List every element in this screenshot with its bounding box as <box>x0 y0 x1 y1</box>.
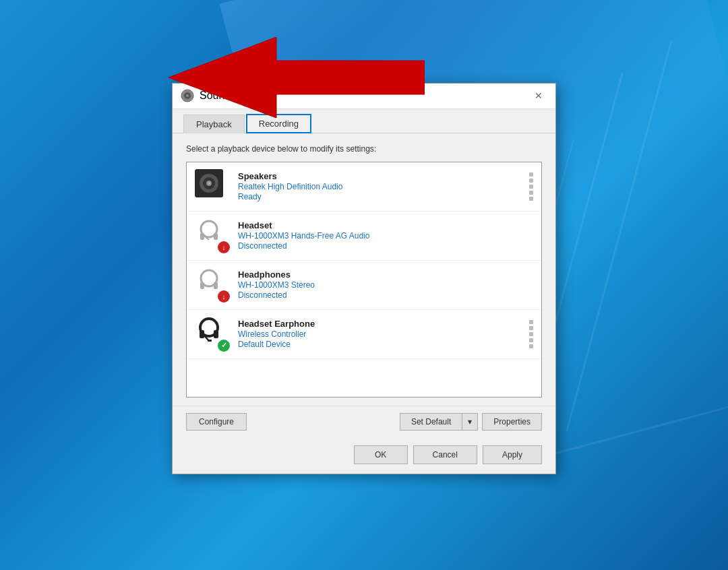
tabs-bar: Playback Recording Sounds Communications <box>173 109 555 133</box>
headset-earphone-desc: Wireless Controller <box>238 329 529 339</box>
headphones-info: Headphones WH-1000XM3 Stereo Disconnecte… <box>238 270 533 300</box>
title-left: Sound <box>181 89 231 102</box>
device-item-headset[interactable]: ↓ Headset WH-1000XM3 Hands-Free AG Audio… <box>187 212 541 261</box>
scroll-dot <box>529 326 533 330</box>
headset-icon-wrap: ↓ <box>195 218 230 253</box>
svg-rect-17 <box>200 330 204 338</box>
ok-button[interactable]: OK <box>354 445 408 464</box>
scroll-dot <box>529 197 533 201</box>
speakers-name: Speakers <box>238 171 529 181</box>
headset-earphone-name: Headset Earphone <box>238 319 529 329</box>
set-default-group: Set Default ▾ Properties <box>400 413 542 431</box>
properties-button[interactable]: Properties <box>482 413 542 431</box>
headphones-status: Disconnected <box>238 290 533 300</box>
set-default-button[interactable]: Set Default <box>400 413 462 431</box>
svg-rect-14 <box>200 282 204 289</box>
headphones-icon-wrap: ↓ <box>195 267 230 303</box>
device-action-buttons: Configure Set Default ▾ Properties <box>173 406 555 439</box>
apply-button[interactable]: Apply <box>483 445 542 464</box>
dropdown-arrow-icon: ▾ <box>468 417 472 426</box>
device-item-headset-earphone[interactable]: ✓ Headset Earphone Wireless Controller D… <box>187 310 541 359</box>
device-item-headphones[interactable]: ↓ Headphones WH-1000XM3 Stereo Disconnec… <box>187 261 541 310</box>
speakers-desc: Realtek High Definition Audio <box>238 182 529 191</box>
device-list[interactable]: Speakers Realtek High Definition Audio R… <box>186 162 542 398</box>
svg-point-3 <box>186 94 189 97</box>
speakers-icon-wrap <box>195 169 230 204</box>
headset-info: Headset WH-1000XM3 Hands-Free AG Audio D… <box>238 220 533 251</box>
scroll-indicator-1 <box>529 172 533 201</box>
headset-earphone-icon <box>195 317 223 345</box>
headset-earphone-icon-wrap: ✓ <box>195 317 230 352</box>
scroll-dot <box>529 185 533 189</box>
tab-playback[interactable]: Playback <box>183 115 245 133</box>
dialog-titlebar: Sound ✕ <box>173 84 555 109</box>
speakers-icon <box>195 169 223 197</box>
scroll-dot <box>529 191 533 195</box>
tab-recording[interactable]: Recording <box>246 114 311 133</box>
svg-rect-10 <box>200 233 204 240</box>
description-text: Select a playback device below to modify… <box>186 144 542 154</box>
scroll-dot <box>529 332 533 336</box>
configure-button[interactable]: Configure <box>186 413 247 431</box>
set-default-dropdown-button[interactable]: ▾ <box>462 413 478 431</box>
sound-dialog: Sound ✕ Playback Recording Sounds Commun… <box>172 83 556 474</box>
speakers-info: Speakers Realtek High Definition Audio R… <box>238 171 529 201</box>
headphones-status-badge: ↓ <box>218 290 230 303</box>
headset-desc: WH-1000XM3 Hands-Free AG Audio <box>238 231 533 241</box>
scroll-indicator-2 <box>529 320 533 348</box>
headset-earphone-status: Default Device <box>238 340 529 349</box>
dialog-overlay: Sound ✕ Playback Recording Sounds Commun… <box>0 0 728 570</box>
scroll-dot <box>529 179 533 183</box>
headset-status: Disconnected <box>238 241 533 251</box>
svg-rect-18 <box>214 330 218 338</box>
dialog-content: Select a playback device below to modify… <box>173 133 555 406</box>
headphones-desc: WH-1000XM3 Stereo <box>238 280 533 290</box>
scroll-dot <box>529 338 533 342</box>
headphones-icon <box>195 267 223 296</box>
scroll-dot <box>529 344 533 348</box>
headset-earphone-status-badge: ✓ <box>218 340 230 352</box>
dialog-title-text: Sound <box>200 90 231 102</box>
headset-name: Headset <box>238 220 533 230</box>
headphones-name: Headphones <box>238 270 533 280</box>
speakers-status: Ready <box>238 192 529 201</box>
svg-rect-11 <box>214 233 218 240</box>
sound-app-icon <box>181 89 194 102</box>
headset-status-badge: ↓ <box>218 241 230 253</box>
scroll-dot <box>529 320 533 324</box>
svg-rect-15 <box>214 282 218 289</box>
headset-earphone-info: Headset Earphone Wireless Controller Def… <box>238 319 529 349</box>
device-item-speakers[interactable]: Speakers Realtek High Definition Audio R… <box>187 162 541 212</box>
scroll-dot <box>529 172 533 177</box>
headset-icon <box>195 218 223 247</box>
close-button[interactable]: ✕ <box>530 87 547 104</box>
svg-point-8 <box>208 182 210 185</box>
cancel-button[interactable]: Cancel <box>413 445 477 464</box>
svg-rect-20 <box>208 340 212 342</box>
action-buttons-row: OK Cancel Apply <box>173 439 555 474</box>
